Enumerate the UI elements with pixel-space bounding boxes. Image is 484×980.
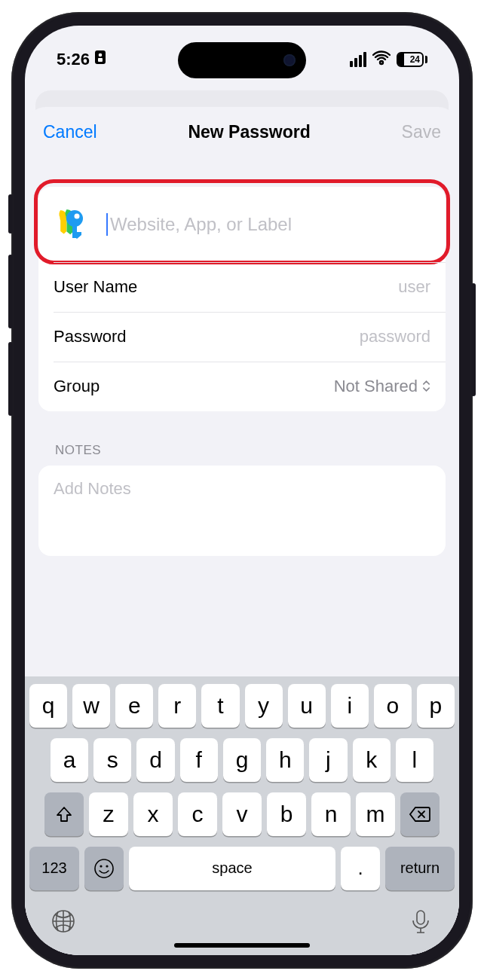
key-h[interactable]: h	[266, 738, 304, 782]
key-m[interactable]: m	[356, 792, 395, 836]
sim-icon	[94, 50, 106, 69]
notes-field[interactable]: Add Notes	[38, 466, 446, 556]
modal-sheet: Cancel New Password Save	[25, 107, 459, 955]
key-w[interactable]: w	[72, 684, 110, 728]
side-button	[8, 342, 13, 416]
svg-rect-10	[417, 911, 424, 924]
key-a[interactable]: a	[51, 738, 88, 782]
nav-bar: Cancel New Password Save	[25, 107, 459, 158]
phone-frame: 5:26 24	[11, 12, 473, 969]
password-row[interactable]: Password password	[38, 312, 446, 362]
username-row[interactable]: User Name user	[38, 262, 446, 312]
key-u[interactable]: u	[288, 684, 326, 728]
page-title: New Password	[188, 122, 310, 142]
battery-percentage: 24	[410, 54, 420, 65]
key-l[interactable]: l	[396, 738, 433, 782]
text-cursor	[106, 213, 108, 236]
password-label: Password	[54, 327, 127, 347]
key-o[interactable]: o	[374, 684, 412, 728]
svg-point-2	[99, 53, 103, 56]
numeric-switch-key[interactable]: 123	[29, 847, 79, 890]
key-k[interactable]: k	[353, 738, 391, 782]
group-row[interactable]: Group Not Shared	[38, 362, 446, 411]
key-p[interactable]: p	[417, 684, 455, 728]
group-label: Group	[54, 377, 100, 396]
svg-rect-1	[98, 58, 103, 62]
keyboard-row-3: zxcvbnm	[29, 792, 455, 836]
wifi-icon	[372, 50, 391, 69]
keyboard-row-2: asdfghjkl	[29, 738, 455, 782]
svg-point-3	[66, 210, 83, 227]
backspace-key[interactable]	[400, 792, 440, 836]
battery-indicator: 24	[397, 52, 427, 67]
svg-point-4	[75, 213, 80, 218]
emoji-key[interactable]	[84, 847, 124, 890]
keyboard-row-4: 123 space . return	[29, 847, 455, 890]
side-button	[8, 194, 13, 234]
on-screen-keyboard: qwertyuiop asdfghjkl zxcvbnm 123	[25, 676, 459, 955]
save-button[interactable]: Save	[402, 122, 441, 142]
mic-icon[interactable]	[408, 908, 433, 937]
passwords-app-icon	[54, 205, 90, 244]
key-y[interactable]: y	[245, 684, 283, 728]
key-j[interactable]: j	[309, 738, 347, 782]
key-r[interactable]: r	[158, 684, 196, 728]
key-e[interactable]: e	[115, 684, 153, 728]
chevron-up-down-icon	[422, 380, 430, 392]
key-g[interactable]: g	[223, 738, 261, 782]
key-d[interactable]: d	[136, 738, 174, 782]
key-q[interactable]: q	[29, 684, 67, 728]
key-b[interactable]: b	[267, 792, 306, 836]
key-v[interactable]: v	[222, 792, 262, 836]
keyboard-row-1: qwertyuiop	[29, 684, 455, 728]
username-placeholder: user	[398, 277, 430, 297]
key-z[interactable]: z	[89, 792, 128, 836]
globe-icon[interactable]	[51, 908, 76, 937]
status-time: 5:26	[57, 50, 90, 69]
website-row[interactable]	[38, 187, 446, 262]
username-label: User Name	[54, 277, 137, 297]
key-x[interactable]: x	[133, 792, 173, 836]
front-camera	[283, 54, 296, 66]
key-t[interactable]: t	[201, 684, 239, 728]
screen: 5:26 24	[25, 26, 459, 955]
notes-section-header: NOTES	[55, 443, 446, 458]
key-s[interactable]: s	[93, 738, 131, 782]
website-input[interactable]	[110, 214, 430, 235]
key-i[interactable]: i	[331, 684, 369, 728]
period-key[interactable]: .	[341, 847, 380, 890]
notes-placeholder: Add Notes	[54, 479, 131, 498]
side-button	[471, 283, 476, 396]
key-f[interactable]: f	[180, 738, 218, 782]
main-form-card: User Name user Password password Group N…	[38, 187, 446, 411]
key-n[interactable]: n	[311, 792, 351, 836]
svg-rect-0	[95, 50, 106, 64]
home-indicator[interactable]	[174, 943, 310, 948]
return-key[interactable]: return	[385, 847, 455, 890]
cancel-button[interactable]: Cancel	[43, 122, 97, 142]
key-c[interactable]: c	[178, 792, 217, 836]
group-value: Not Shared	[334, 377, 418, 396]
svg-point-7	[100, 865, 102, 867]
side-button	[8, 255, 13, 328]
password-placeholder: password	[360, 327, 430, 347]
svg-point-8	[106, 865, 108, 867]
space-key[interactable]: space	[129, 847, 335, 890]
svg-point-6	[95, 859, 113, 878]
shift-key[interactable]	[44, 792, 84, 836]
cellular-signal-icon	[350, 52, 366, 67]
dynamic-island	[178, 42, 306, 78]
